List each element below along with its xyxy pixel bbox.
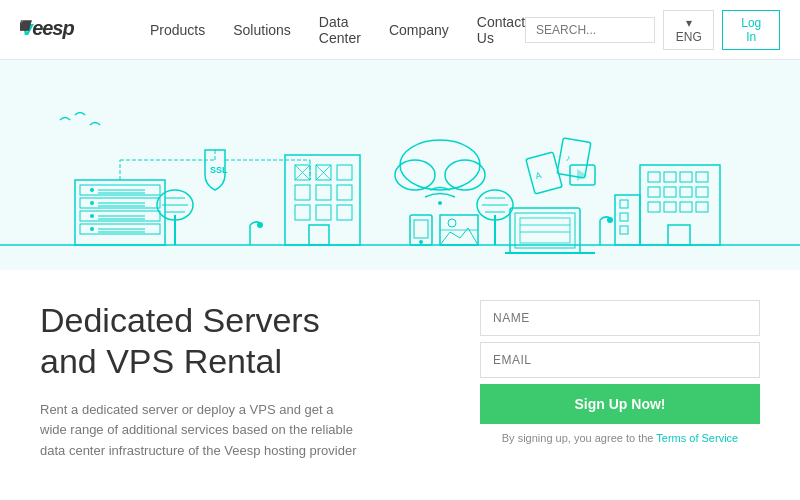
nav-company[interactable]: Company	[389, 22, 449, 38]
logo[interactable]: veesp ⬛	[20, 13, 120, 47]
svg-text:veesp: veesp	[22, 17, 74, 39]
svg-point-11	[90, 214, 94, 218]
svg-point-91	[607, 217, 613, 223]
login-button[interactable]: Log In	[722, 10, 780, 50]
svg-point-53	[419, 240, 423, 244]
signup-button[interactable]: Sign Up Now!	[480, 384, 760, 424]
svg-point-10	[90, 201, 94, 205]
nav-solutions[interactable]: Solutions	[233, 22, 291, 38]
nav-contact-us[interactable]: Contact Us	[477, 14, 525, 46]
terms-link[interactable]: Terms of Service	[656, 432, 738, 444]
terms-text: By signing up, you agree to the Terms of…	[480, 432, 760, 444]
main-nav: Products Solutions Data Center Company C…	[150, 14, 525, 46]
main-content: Dedicated Servers and VPS Rental Rent a …	[0, 270, 800, 482]
header: veesp ⬛ Products Solutions Data Center C…	[0, 0, 800, 60]
email-input[interactable]	[480, 342, 760, 378]
svg-point-9	[90, 188, 94, 192]
svg-text:SSL: SSL	[210, 165, 228, 175]
hero-description: Rent a dedicated server or deploy a VPS …	[40, 400, 360, 462]
svg-point-93	[257, 222, 263, 228]
search-input[interactable]	[525, 17, 655, 43]
name-input[interactable]	[480, 300, 760, 336]
nav-data-center[interactable]: Data Center	[319, 14, 361, 46]
hero-text: Dedicated Servers and VPS Rental Rent a …	[40, 300, 440, 462]
language-button[interactable]: ▾ ENG	[663, 10, 714, 50]
hero-illustration: SSL	[0, 60, 800, 270]
hero-title: Dedicated Servers and VPS Rental	[40, 300, 440, 382]
svg-point-12	[90, 227, 94, 231]
signup-form: Sign Up Now! By signing up, you agree to…	[480, 300, 760, 462]
svg-point-50	[438, 201, 442, 205]
logo-text: veesp ⬛	[20, 13, 120, 47]
header-right: ▾ ENG Log In	[525, 10, 780, 50]
nav-products[interactable]: Products	[150, 22, 205, 38]
